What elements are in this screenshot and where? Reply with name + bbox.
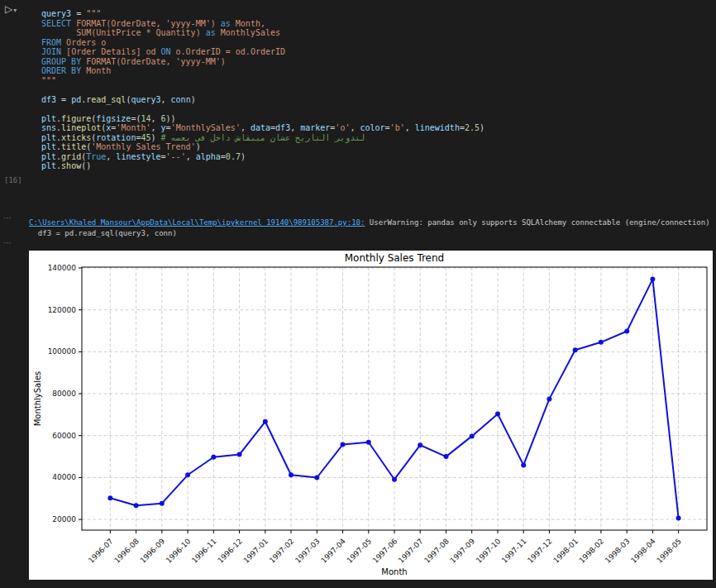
code-line: SUM(UnitPrice * Quantity) as MonthlySale… <box>41 28 484 38</box>
code-line: query3 = """ <box>41 9 484 19</box>
warning-output: C:\Users\Khaled Mansour\AppData\Local\Te… <box>29 218 714 239</box>
notebook: ▷ ▾ query3 = """SELECT FORMAT(OrderDate,… <box>0 0 716 588</box>
code-line: plt.xticks(rotation=45) # لتدوير التاريخ… <box>41 133 484 143</box>
warning-file-link[interactable]: C:\Users\Khaled Mansour\AppData\Local\Te… <box>29 218 365 227</box>
chevron-down-icon: ▾ <box>13 7 17 15</box>
svg-text:100000: 100000 <box>48 347 77 356</box>
code-line: plt.figure(figsize=(14, 6)) <box>41 114 484 124</box>
code-line: JOIN [Order Details] od ON o.OrderID = o… <box>41 47 484 57</box>
code-line <box>41 104 484 114</box>
code-line: df3 = pd.read_sql(query3, conn) <box>41 95 484 105</box>
output-menu-dots-2[interactable]: ⋯ <box>3 238 12 247</box>
chart-title: Monthly Sales Trend <box>345 252 444 264</box>
code-line: plt.title('Monthly Sales Trend') <box>41 142 484 152</box>
code-line: ORDER BY Month <box>41 66 484 76</box>
code-line: """ <box>41 76 484 86</box>
warning-code-context: df3 = pd.read_sql(query3, conn) <box>29 228 714 239</box>
svg-text:60000: 60000 <box>52 432 76 440</box>
code-line: FROM Orders o <box>41 38 484 48</box>
warning-line: C:\Users\Khaled Mansour\AppData\Local\Te… <box>29 218 714 228</box>
code-line <box>41 85 484 95</box>
svg-text:120000: 120000 <box>48 306 77 314</box>
output-menu-dots[interactable]: ⋯ <box>3 213 12 222</box>
svg-text:140000: 140000 <box>48 264 77 272</box>
svg-text:20000: 20000 <box>52 515 76 523</box>
chart-ylabel: MonthlySales <box>33 371 42 427</box>
code-line: GROUP BY FORMAT(OrderDate, 'yyyy-MM') <box>41 57 484 67</box>
code-line: plt.grid(True, linestyle='--', alpha=0.7… <box>41 152 484 162</box>
execution-count: [16] <box>4 176 22 184</box>
warning-message: UserWarning: pandas only supports SQLAlc… <box>365 218 714 227</box>
svg-text:40000: 40000 <box>52 473 76 481</box>
code-line: SELECT FORMAT(OrderDate, 'yyyy-MM') as M… <box>41 19 484 29</box>
run-cell-button[interactable]: ▷ ▾ <box>5 3 17 15</box>
svg-text:80000: 80000 <box>52 390 76 398</box>
chart-svg: 2000040000600008000010000012000014000019… <box>29 251 713 580</box>
code-line: sns.lineplot(x='Month', y='MonthlySales'… <box>41 123 484 133</box>
chart-xlabel: Month <box>381 567 407 576</box>
chart-output: 2000040000600008000010000012000014000019… <box>29 251 713 580</box>
code-line: plt.show() <box>41 161 484 171</box>
code-editor[interactable]: query3 = """SELECT FORMAT(OrderDate, 'yy… <box>41 9 484 171</box>
run-icon: ▷ <box>5 3 12 15</box>
code-lines: query3 = """SELECT FORMAT(OrderDate, 'yy… <box>41 9 484 171</box>
